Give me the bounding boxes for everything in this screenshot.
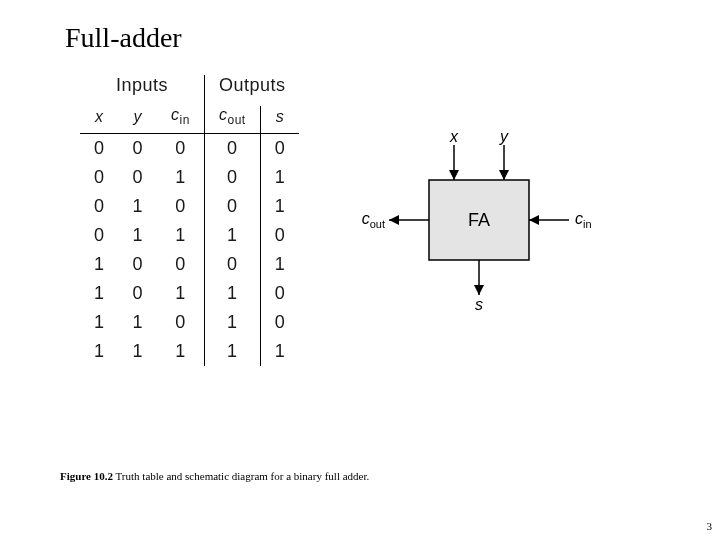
table-row: 00000: [80, 134, 299, 164]
cell: 1: [157, 337, 204, 366]
cell: 0: [80, 134, 119, 164]
cell: 0: [260, 279, 299, 308]
page-title: Full-adder: [65, 22, 182, 54]
label-x: x: [449, 130, 459, 145]
inputs-header: Inputs: [80, 75, 204, 106]
slide: Full-adder Inputs Outputs x y cin cout s: [0, 0, 720, 540]
table-row: 11010: [80, 308, 299, 337]
cell: 1: [80, 308, 119, 337]
cell: 1: [204, 308, 260, 337]
cell: 0: [260, 308, 299, 337]
table-row: 10001: [80, 250, 299, 279]
arrow-cin: [529, 215, 539, 225]
content-area: Inputs Outputs x y cin cout s 0000000101…: [80, 75, 670, 366]
label-cout: cout: [362, 210, 385, 230]
cell: 1: [119, 192, 158, 221]
arrow-x: [449, 170, 459, 180]
cell: 0: [119, 279, 158, 308]
page-number: 3: [707, 520, 713, 532]
cell: 1: [260, 337, 299, 366]
cell: 1: [204, 279, 260, 308]
cell: 1: [119, 221, 158, 250]
cell: 1: [157, 279, 204, 308]
arrow-s: [474, 285, 484, 295]
table-row: 01001: [80, 192, 299, 221]
table-row: 01110: [80, 221, 299, 250]
label-cin: cin: [575, 210, 592, 230]
cell: 1: [80, 250, 119, 279]
label-s: s: [475, 296, 483, 310]
cell: 1: [260, 192, 299, 221]
cell: 0: [204, 134, 260, 164]
cell: 1: [204, 221, 260, 250]
table-row: 10110: [80, 279, 299, 308]
cell: 1: [80, 279, 119, 308]
col-y: y: [119, 106, 158, 134]
arrow-cout: [389, 215, 399, 225]
table-row: 11111: [80, 337, 299, 366]
outputs-header: Outputs: [204, 75, 299, 106]
label-y: y: [499, 130, 509, 145]
fa-schematic: FA x y cin cout s: [359, 130, 599, 310]
cell: 0: [80, 163, 119, 192]
cell: 0: [80, 221, 119, 250]
cell: 0: [204, 163, 260, 192]
cell: 0: [119, 134, 158, 164]
cell: 0: [157, 308, 204, 337]
arrow-y: [499, 170, 509, 180]
col-cout: cout: [204, 106, 260, 134]
col-cin: cin: [157, 106, 204, 134]
figure-number: Figure 10.2: [60, 470, 113, 482]
cell: 1: [204, 337, 260, 366]
cell: 1: [157, 163, 204, 192]
cell: 0: [119, 163, 158, 192]
figure-text: Truth table and schematic diagram for a …: [113, 470, 369, 482]
cell: 0: [157, 250, 204, 279]
col-s: s: [260, 106, 299, 134]
cell: 1: [157, 221, 204, 250]
cell: 0: [204, 192, 260, 221]
figure-caption: Figure 10.2 Truth table and schematic di…: [60, 470, 369, 482]
cell: 0: [157, 134, 204, 164]
truth-table: Inputs Outputs x y cin cout s 0000000101…: [80, 75, 299, 366]
col-x: x: [80, 106, 119, 134]
cell: 1: [119, 337, 158, 366]
table-row: 00101: [80, 163, 299, 192]
cell: 1: [119, 308, 158, 337]
cell: 0: [157, 192, 204, 221]
cell: 0: [80, 192, 119, 221]
cell: 1: [260, 250, 299, 279]
cell: 1: [260, 163, 299, 192]
cell: 0: [119, 250, 158, 279]
cell: 0: [260, 134, 299, 164]
fa-box-label: FA: [468, 210, 490, 230]
cell: 1: [80, 337, 119, 366]
cell: 0: [260, 221, 299, 250]
cell: 0: [204, 250, 260, 279]
